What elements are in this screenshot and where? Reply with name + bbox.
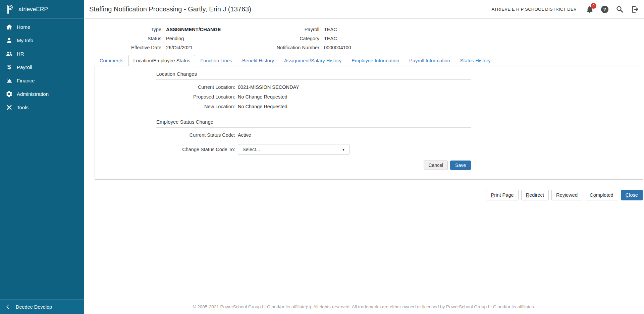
completed-button[interactable]: Completed (585, 190, 618, 200)
sidebar-item-home[interactable]: Home (0, 20, 84, 34)
redirect-button[interactable]: Redirect (521, 190, 549, 200)
person-icon (5, 37, 13, 44)
save-button[interactable]: Save (450, 161, 471, 170)
field-label: Payroll: (238, 27, 321, 32)
change-status-code-row: Change Status Code To: Select... ▼ (156, 144, 471, 155)
help-button[interactable]: ? (600, 5, 609, 14)
new-location-row: New Location: No Change Requested (156, 104, 471, 110)
sidebar-item-label: Home (17, 24, 30, 30)
tab-location-employee-status[interactable]: Location/Employee Status (128, 55, 196, 66)
current-location-row: Current Location: 0021-MISSION SECONDAY (156, 84, 471, 90)
help-icon: ? (601, 6, 608, 13)
chevron-down-icon: ▼ (342, 148, 345, 151)
top-bar: Staffing Notification Processing - Gartl… (84, 0, 644, 19)
page-actions: Print Page Redirect Reviewed Completed C… (84, 190, 643, 200)
select-value: Select... (243, 147, 342, 152)
sidebar-item-finance[interactable]: Finance (0, 74, 84, 87)
bar-chart-icon (5, 77, 13, 84)
tab-benefit-history[interactable]: Benefit History (237, 55, 279, 66)
logout-icon (631, 5, 639, 13)
sidebar-item-hr[interactable]: HR (0, 47, 84, 60)
current-status-code-row: Current Status Code: Active (156, 132, 471, 138)
search-button[interactable] (615, 5, 624, 14)
sidebar-item-label: Administration (17, 91, 49, 97)
proposed-location-row: Proposed Location: No Change Requested (156, 94, 471, 100)
form-actions: Cancel Save (156, 161, 471, 170)
section-heading: Location Changes (156, 66, 471, 77)
dollar-icon: $ (5, 63, 13, 71)
employee-status-change-section: Employee Status Change Current Status Co… (156, 119, 471, 155)
change-status-code-select[interactable]: Select... ▼ (238, 144, 350, 155)
cancel-button[interactable]: Cancel (424, 161, 448, 170)
sidebar-item-tools[interactable]: Tools (0, 101, 84, 114)
field-label: Category: (238, 36, 321, 41)
notifications-button[interactable]: 0 (585, 5, 594, 14)
gear-icon (5, 90, 13, 98)
brand-name: atrieveERP (18, 6, 48, 13)
sidebar-item-administration[interactable]: Administration (0, 87, 84, 101)
notification-badge: 0 (591, 3, 596, 9)
field-label: Proposed Location: (156, 94, 235, 100)
new-location-value: No Change Requested (238, 104, 287, 109)
logout-button[interactable] (631, 5, 639, 14)
home-icon (5, 23, 13, 30)
main-area: Staffing Notification Processing - Gartl… (84, 0, 644, 314)
brand-header[interactable]: atrieveERP (0, 0, 84, 19)
sidebar-item-payroll[interactable]: $ Payroll (0, 60, 84, 74)
field-label: Current Status Code: (156, 132, 235, 138)
current-location-value: 0021-MISSION SECONDAY (238, 84, 299, 90)
field-label: Status: (89, 36, 163, 41)
category-value: TEAC (324, 36, 644, 41)
location-changes-section: Location Changes Current Location: 0021-… (156, 66, 471, 110)
powerschool-logo-icon (5, 4, 14, 14)
tab-status-history[interactable]: Status History (455, 55, 496, 66)
effective-date-value: 26/Oct/2021 (166, 45, 235, 50)
field-label: Type: (89, 27, 163, 32)
tab-payroll-information[interactable]: Payroll Information (404, 55, 455, 66)
field-label: New Location: (156, 104, 235, 109)
payroll-value: TEAC (324, 27, 644, 32)
copyright-text: © 2005-2021 PowerSchool Group LLC and/or… (84, 304, 644, 309)
notification-summary: Type: ASSIGNMENT/CHANGE Payroll: TEAC St… (89, 27, 644, 50)
field-label: Notification Number: (238, 45, 321, 50)
notification-number-value: 0000004100 (324, 45, 644, 50)
people-icon (5, 50, 13, 57)
tab-function-lines[interactable]: Function Lines (195, 55, 237, 66)
field-label: Change Status Code To: (156, 147, 235, 152)
section-divider (156, 79, 471, 80)
page-title: Staffing Notification Processing - Gartl… (89, 5, 251, 13)
sidebar-item-label: Payroll (17, 64, 32, 70)
status-value: Pending (166, 36, 235, 41)
sidebar-item-label: My Info (17, 38, 33, 43)
location-employee-status-panel: Location Changes Current Location: 0021-… (95, 66, 643, 180)
sidebar-menu: Home My Info HR $ Payroll Finance (0, 19, 84, 114)
field-label: Current Location: (156, 84, 235, 90)
sidebar-collapse-toggle[interactable]: Deedee Develop (0, 299, 84, 314)
district-name: ATRIEVE E R P SCHOOL DISTRICT DEV (491, 7, 577, 12)
sidebar-item-my-info[interactable]: My Info (0, 34, 84, 47)
sidebar-item-label: Finance (17, 78, 35, 83)
sidebar-item-label: HR (17, 51, 24, 57)
tab-comments[interactable]: Comments (95, 55, 128, 66)
print-page-button[interactable]: Print Page (486, 190, 518, 200)
tools-icon (5, 104, 13, 111)
search-icon (616, 5, 624, 13)
sidebar: atrieveERP Home My Info HR $ Payroll (0, 0, 84, 314)
close-button[interactable]: Close (621, 190, 643, 200)
current-status-code-value: Active (238, 132, 251, 138)
chevron-left-icon (5, 304, 11, 310)
tab-bar: Comments Location/Employee Status Functi… (95, 55, 644, 66)
proposed-location-value: No Change Requested (238, 94, 287, 100)
reviewed-button[interactable]: Reviewed (551, 190, 582, 200)
tab-assignment-salary-history[interactable]: Assignment/Salary History (279, 55, 346, 66)
sidebar-item-label: Tools (17, 105, 29, 110)
field-label: Effective Date: (89, 45, 163, 50)
type-value: ASSIGNMENT/CHANGE (166, 27, 235, 32)
content-area: Type: ASSIGNMENT/CHANGE Payroll: TEAC St… (84, 19, 644, 314)
tab-employee-information[interactable]: Employee Information (346, 55, 404, 66)
section-divider (156, 127, 471, 128)
sidebar-user-label: Deedee Develop (16, 304, 52, 310)
section-heading: Employee Status Change (156, 119, 471, 125)
